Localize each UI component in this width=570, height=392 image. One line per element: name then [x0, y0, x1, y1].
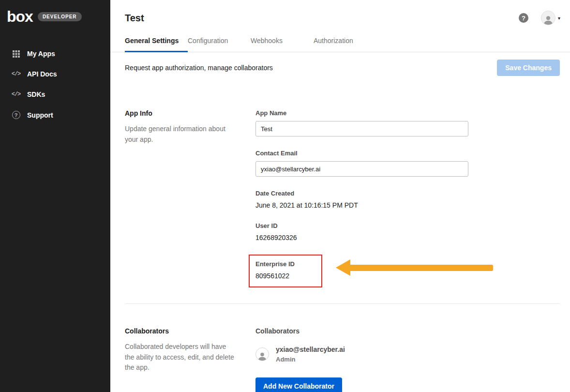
user-id-field-group: User ID 16268920326 [255, 222, 468, 241]
contact-email-input[interactable] [255, 161, 468, 177]
tab-authorization[interactable]: Authorization [314, 33, 353, 52]
app-info-section: App Info Update general information abou… [110, 109, 570, 287]
user-id-value: 16268920326 [255, 234, 468, 241]
app-name-input[interactable] [255, 121, 468, 136]
user-id-label: User ID [255, 222, 468, 229]
main-header: Test ? ▾ [110, 0, 570, 33]
arrow-bar [350, 265, 493, 271]
sidebar-nav: My Apps </> API Docs </> SDKs ? Support [0, 44, 110, 125]
user-menu[interactable]: ▾ [541, 11, 560, 25]
sidebar-item-my-apps[interactable]: My Apps [0, 44, 110, 64]
sidebar-item-label: SDKs [27, 90, 45, 98]
collaborator-info: yxiao@stellarcyber.ai Admin [276, 346, 345, 363]
enterprise-id-value: 809561022 [255, 272, 321, 280]
toolbar-description: Request app authorization, manage collab… [125, 64, 273, 72]
sidebar-item-support[interactable]: ? Support [0, 105, 110, 125]
date-created-label: Date Created [255, 190, 468, 197]
app-name-label: App Name [255, 109, 468, 117]
logo-row: box DEVELOPER [0, 0, 110, 31]
header-actions: ? ▾ [519, 11, 560, 25]
developer-badge: DEVELOPER [38, 12, 82, 21]
tab-webhooks[interactable]: Webhooks [251, 33, 314, 52]
contact-email-field-group: Contact Email [255, 150, 468, 177]
page-title: Test [125, 13, 144, 24]
section-description: Update general information about your ap… [125, 124, 236, 145]
tab-configuration[interactable]: Configuration [188, 33, 251, 52]
enterprise-id-highlight-box: Enterprise ID 809561022 [249, 255, 322, 287]
tab-general-settings[interactable]: General Settings [125, 33, 188, 52]
collaborators-section: Collaborators Collaborated developers wi… [110, 327, 570, 392]
enterprise-id-field-group: Enterprise ID 809561022 [255, 255, 468, 287]
collaborators-list-label: Collaborators [255, 327, 468, 335]
app-info-intro: App Info Update general information abou… [125, 109, 236, 287]
annotation-arrow-icon [336, 259, 493, 276]
enterprise-id-label: Enterprise ID [255, 260, 321, 268]
chevron-down-icon: ▾ [558, 15, 560, 21]
collaborator-email: yxiao@stellarcyber.ai [276, 346, 345, 353]
toolbar: Request app authorization, manage collab… [110, 52, 570, 83]
section-heading: App Info [125, 109, 236, 117]
code-icon: </> [12, 91, 20, 98]
save-changes-button[interactable]: Save Changes [497, 60, 560, 76]
collaborators-panel: Collaborators yxiao@stellarcyber.ai Admi… [255, 327, 468, 392]
contact-email-label: Contact Email [255, 150, 468, 157]
question-circle-icon: ? [12, 111, 20, 119]
main-content: Test ? ▾ General Settings Configuration … [110, 0, 570, 392]
app-name-field-group: App Name [255, 109, 468, 136]
section-heading: Collaborators [125, 327, 236, 335]
sidebar-item-api-docs[interactable]: </> API Docs [0, 64, 110, 84]
box-logo: box [7, 9, 33, 24]
collaborator-role: Admin [276, 356, 345, 363]
help-icon[interactable]: ? [519, 13, 528, 23]
arrow-head [336, 259, 350, 276]
date-created-field-group: Date Created June 8, 2021 at 10:16:15 PM… [255, 190, 468, 209]
section-description: Collaborated developers will have the ab… [125, 342, 236, 373]
sidebar-item-sdks[interactable]: </> SDKs [0, 84, 110, 105]
list-item: yxiao@stellarcyber.ai Admin [255, 346, 468, 363]
tab-bar: General Settings Configuration Webhooks … [110, 33, 570, 52]
collaborators-intro: Collaborators Collaborated developers wi… [125, 327, 236, 392]
date-created-value: June 8, 2021 at 10:16:15 PM PDT [255, 201, 468, 209]
sidebar-item-label: My Apps [27, 50, 55, 58]
section-divider [125, 303, 560, 304]
app-info-form: App Name Contact Email Date Created June… [255, 109, 468, 287]
sidebar-item-label: Support [27, 111, 53, 119]
code-icon: </> [12, 71, 20, 77]
collaborator-avatar [255, 347, 269, 361]
avatar [541, 11, 555, 25]
sidebar-item-label: API Docs [27, 70, 57, 78]
sidebar: box DEVELOPER My Apps </> API Docs </> [0, 0, 110, 392]
add-new-collaborator-button[interactable]: Add New Collaborator [255, 377, 342, 392]
grid-icon [12, 50, 20, 58]
